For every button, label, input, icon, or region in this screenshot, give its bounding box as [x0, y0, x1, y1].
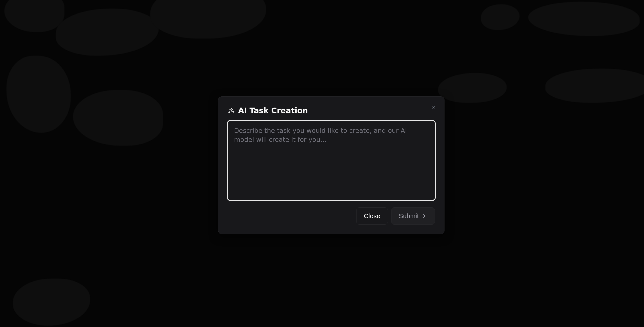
- modal-overlay[interactable]: AI Task Creation Close Submit: [0, 0, 644, 327]
- task-description-input[interactable]: [228, 121, 435, 200]
- sparkles-icon: [228, 107, 235, 114]
- modal-title: AI Task Creation: [238, 106, 308, 115]
- close-button[interactable]: Close: [356, 207, 388, 225]
- task-description-field: [228, 121, 435, 201]
- submit-button[interactable]: Submit: [391, 207, 435, 225]
- ai-task-creation-modal: AI Task Creation Close Submit: [218, 96, 444, 234]
- x-icon: [431, 105, 436, 110]
- chevron-right-icon: [421, 213, 427, 219]
- modal-footer: Close Submit: [228, 207, 435, 225]
- close-button-label: Close: [364, 212, 380, 220]
- close-icon-button[interactable]: [429, 103, 438, 112]
- submit-button-label: Submit: [399, 212, 419, 220]
- modal-header: AI Task Creation: [228, 106, 435, 115]
